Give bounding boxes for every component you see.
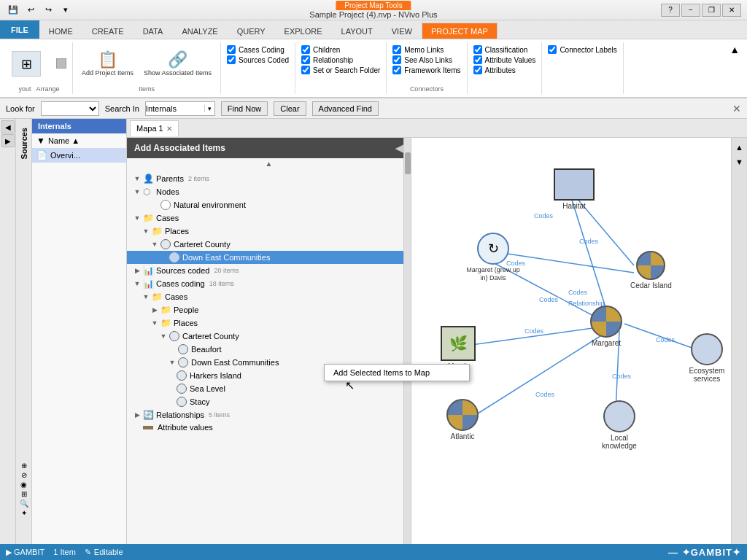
cb-memo-links[interactable]: Memo Links [392, 45, 460, 54]
cb-attributes[interactable]: Attributes [473, 66, 536, 74]
sources-icon-3[interactable]: ◉ [20, 481, 27, 489]
save-btn[interactable]: 💾 [6, 4, 20, 17]
nav-item-name[interactable]: ▼ Name ▲ [32, 133, 126, 148]
dropdown-btn[interactable]: ▾ [58, 4, 73, 17]
carteret-expand[interactable]: ▼ [150, 241, 159, 248]
scroll-left-btn[interactable]: ◀ [1, 120, 15, 133]
look-for-select[interactable] [41, 101, 99, 116]
tree-scrollbar-thumb[interactable] [405, 152, 411, 174]
tree-item-sea-level[interactable]: Sea Level [127, 382, 411, 395]
map-canvas[interactable]: Codes Codes Codes Codes Codes Relationsh… [411, 138, 731, 560]
tree-item-parents[interactable]: ▼ 👤 Parents 2 items [127, 172, 411, 185]
sources-icon-1[interactable]: ⊕ [21, 462, 27, 470]
node-margaret[interactable]: Margaret [590, 306, 622, 347]
map-tab-1[interactable]: Mapa 1 ✕ [130, 120, 179, 136]
cb-framework[interactable]: Framework Items [392, 66, 460, 74]
tab-data[interactable]: DATA [133, 23, 173, 39]
clear-btn[interactable]: Clear [274, 101, 306, 116]
assoc-collapse-btn[interactable]: ◀ [395, 142, 403, 154]
help-btn[interactable]: ? [661, 4, 680, 17]
tab-layout[interactable]: LAYOUT [332, 23, 382, 39]
scroll-right-btn[interactable]: ▶ [1, 134, 15, 147]
tab-query[interactable]: QUERY [228, 23, 275, 39]
nav-item-overview[interactable]: 📄 Overvi... [32, 148, 126, 163]
node-local-knowledge[interactable]: Local knowledge [594, 400, 645, 450]
rt-btn-2[interactable]: ▼ [733, 155, 746, 168]
cases-top-expand[interactable]: ▼ [133, 214, 142, 222]
redo-btn[interactable]: ↪ [41, 4, 55, 17]
tab-home[interactable]: HOME [39, 23, 82, 39]
tree-item-sources-coded[interactable]: ▶ 📊 Sources coded 20 items [127, 264, 411, 277]
tree-item-cases-top[interactable]: ▼ 📁 Cases [127, 211, 411, 225]
cb-classification[interactable]: Classification [473, 45, 536, 54]
tree-item-natural-env[interactable]: Natural environment [127, 198, 411, 211]
map-tab-close[interactable]: ✕ [166, 125, 172, 133]
undo-btn[interactable]: ↩ [23, 4, 38, 17]
ribbon-collapse-btn[interactable]: ▲ [728, 42, 741, 57]
tree-scroll-up[interactable]: ▲ [127, 158, 411, 169]
tab-file[interactable]: FILE [0, 20, 39, 39]
advanced-find-btn[interactable]: Advanced Find [312, 101, 379, 116]
parents-expand[interactable]: ▼ [133, 175, 142, 182]
places2-expand[interactable]: ▼ [150, 319, 159, 327]
tree-item-attr-values[interactable]: Attribute values [127, 421, 411, 433]
carteret2-expand[interactable]: ▼ [159, 332, 168, 340]
tree-item-carteret[interactable]: ▼ Carteret County [127, 238, 411, 251]
cb-children[interactable]: Children [301, 45, 380, 54]
restore-btn[interactable]: ❐ [702, 4, 721, 17]
casescoding-expand[interactable]: ▼ [133, 280, 142, 287]
cb-attr-values[interactable]: Attribute Values [473, 55, 536, 64]
cb-set-search[interactable]: Set or Search Folder [301, 66, 380, 74]
search-in-dropdown[interactable]: ▾ [204, 105, 214, 112]
tab-create[interactable]: CREATE [82, 23, 133, 39]
downeast2-expand[interactable]: ▼ [168, 359, 177, 366]
find-now-btn[interactable]: Find Now [221, 101, 268, 116]
tree-item-carteret2[interactable]: ▼ Carteret County [127, 330, 411, 343]
people-expand[interactable]: ▶ [150, 306, 159, 314]
node-habitat[interactable]: Habitat [554, 168, 595, 210]
cb-see-also[interactable]: See Also Links [392, 55, 460, 64]
minimize-btn[interactable]: − [681, 4, 700, 17]
sources-label[interactable]: Sources [20, 128, 28, 159]
tree-item-down-east[interactable]: Down East Communities [127, 251, 411, 264]
add-project-items-btn[interactable]: 📋 Add Project Items [79, 50, 136, 78]
rt-btn-1[interactable]: ▲ [733, 141, 746, 154]
ctx-add-selected[interactable]: Add Selected Items to Map [325, 365, 469, 381]
tab-analyze[interactable]: ANALYZE [172, 23, 227, 39]
tree-item-nodes[interactable]: ▼ ⬡ Nodes [127, 185, 411, 198]
findbar-close-btn[interactable]: ✕ [732, 103, 741, 114]
node-ecosystem[interactable]: Ecosystem services [683, 333, 731, 383]
node-atlantic[interactable]: Atlantic [446, 399, 479, 440]
cases2-expand[interactable]: ▼ [142, 293, 150, 300]
node-margaret-grew[interactable]: ↻ Margaret (grew up in) Davis [464, 233, 522, 282]
nodes-expand[interactable]: ▼ [133, 188, 142, 195]
sources-icon-4[interactable]: ⊞ [21, 490, 27, 498]
tree-item-places[interactable]: ▼ 📁 Places [127, 225, 411, 238]
tree-item-relationships[interactable]: ▶ 🔄 Relationships 5 items [127, 408, 411, 421]
node-cedar-island[interactable]: Cedar Island [630, 251, 672, 289]
places-expand[interactable]: ▼ [142, 228, 150, 235]
search-in-input[interactable] [146, 102, 204, 115]
cb-relationship[interactable]: Relationship [301, 55, 380, 64]
sources-icon-5[interactable]: 🔍 [20, 499, 28, 508]
tab-view[interactable]: VIEW [382, 23, 422, 39]
tab-project-map[interactable]: PROJECT MAP [422, 23, 498, 39]
tree-scrollbar[interactable] [403, 138, 411, 560]
tree-item-places2[interactable]: ▼ 📁 Places [127, 316, 411, 330]
cb-connector-labels[interactable]: Connector Labels [548, 45, 616, 54]
tree-item-people[interactable]: ▶ 📁 People [127, 303, 411, 316]
sources-icon-6[interactable]: ✦ [21, 509, 27, 517]
cb-cases-coding[interactable]: Cases Coding [227, 45, 289, 54]
srcoded-expand[interactable]: ▶ [133, 267, 142, 274]
tree-item-cases2[interactable]: ▼ 📁 Cases [127, 290, 411, 303]
tree-item-beaufort[interactable]: Beaufort [127, 343, 411, 356]
close-btn[interactable]: ✕ [722, 4, 741, 17]
cb-sources-coded[interactable]: Sources Coded [227, 55, 289, 64]
tree-item-cases-coding[interactable]: ▼ 📊 Cases coding 18 items [127, 277, 411, 290]
rel-expand[interactable]: ▶ [133, 411, 142, 419]
tree-item-stacy[interactable]: Stacy [127, 395, 411, 408]
show-associated-items-btn[interactable]: 🔗 Show Associated Items [141, 50, 214, 78]
svg-text:Codes: Codes [579, 238, 599, 245]
tab-explore[interactable]: EXPLORE [275, 23, 332, 39]
sources-icon-2[interactable]: ⊘ [21, 471, 27, 479]
